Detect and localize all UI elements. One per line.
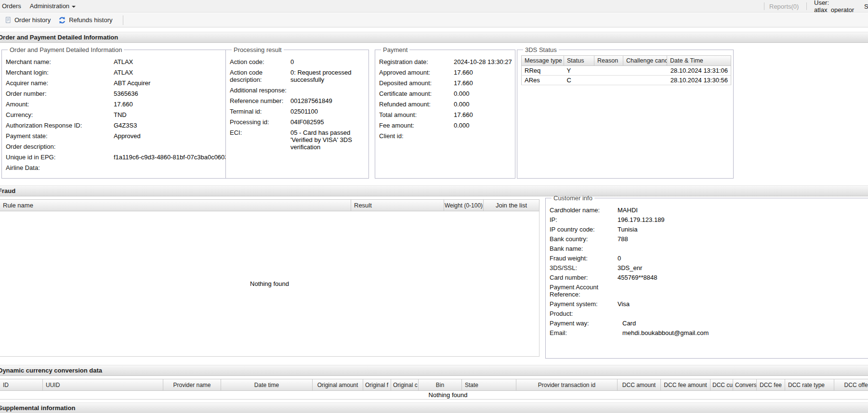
field-row: Total amount:17.660 [379, 111, 512, 118]
order-history-label: Order history [14, 16, 51, 24]
column-header: State [461, 379, 516, 391]
payment-fieldset: Payment Registration date:2024-10-28 13:… [375, 46, 515, 179]
field-value: 02501100 [290, 108, 366, 115]
refunds-history-label: Refunds history [69, 16, 112, 24]
section-supplemental-header: Supplemental information [0, 402, 868, 413]
toolbar-separator [123, 15, 123, 25]
field-value: 17.660 [454, 79, 512, 87]
field-value: 17.660 [454, 69, 512, 76]
menu-reports[interactable]: Reports(0) [769, 0, 799, 13]
section-dcc-header: Dynamic currency conversion data [0, 365, 868, 376]
menu-administration-label: Administration [30, 2, 69, 10]
field-row: Bank country:788 [550, 235, 868, 243]
field-row: Terminal id:02501100 [230, 108, 366, 115]
field-label: Authorization Response ID: [6, 122, 114, 129]
column-header: Join the list [483, 199, 539, 211]
field-row: Bank name: [550, 245, 868, 252]
order-history-button[interactable]: Order history [1, 14, 54, 26]
field-value: 0.000 [454, 122, 512, 129]
field-label: Action code description: [230, 69, 290, 83]
signout-link-truncated[interactable]: S [864, 0, 868, 13]
fraud-table-header-row: Rule name Result Weight (0-100) Join the… [0, 199, 539, 211]
field-label: Airline Data: [6, 164, 114, 171]
field-label: Client id: [379, 132, 454, 140]
column-header: DCC fee [756, 379, 785, 391]
cell-reason [594, 76, 623, 85]
nothing-found-label: Nothing found [250, 280, 289, 287]
customer-info-fieldset: Customer info Cardholder name:MAHDI IP:1… [545, 194, 868, 359]
table-row: ARes C 28.10.2024 13:30:56 [521, 76, 731, 85]
field-label: Approved amount: [379, 69, 454, 76]
field-value: 2024-10-28 13:30:27 [454, 58, 512, 65]
field-label: Payment system: [550, 300, 618, 308]
field-value: 788 [618, 235, 868, 243]
field-value: f1a119c6-c9d3-4860-81bf-07c3ba0c0603 [114, 154, 228, 161]
signout-link-truncated-label: S [864, 3, 868, 10]
refunds-history-button[interactable]: Refunds history [54, 14, 116, 26]
field-label: Card number: [550, 274, 618, 281]
field-label: Total amount: [379, 111, 454, 118]
column-header: ID [0, 379, 42, 391]
field-value: G4Z3S3 [114, 122, 228, 129]
column-header: DCC rate type [785, 379, 834, 391]
payment-fieldset-legend: Payment [381, 46, 409, 53]
section-supplemental-title: Supplemental information [0, 404, 75, 412]
document-icon [5, 16, 12, 24]
field-value: ATLAX [114, 58, 228, 65]
column-header: Original c [391, 379, 418, 391]
column-header: Date & Time [667, 55, 731, 66]
field-label: Order number: [6, 90, 114, 97]
menu-administration[interactable]: Administration [26, 0, 80, 13]
field-value: 196.179.123.189 [618, 216, 868, 223]
field-value: Approved [114, 132, 228, 140]
field-value: mehdi.boukabbout@gmail.com [618, 329, 868, 336]
field-label: Reference number: [230, 97, 290, 104]
field-value: 3DS_enr [618, 264, 868, 271]
cell-challenge-cancel [623, 66, 667, 75]
field-label: Order description: [6, 143, 114, 150]
menubar-separator [806, 2, 807, 10]
cell-date-time: 28.10.2024 13:30:56 [667, 76, 731, 85]
cell-status: C [564, 76, 594, 85]
field-row: Cardholder name:MAHDI [550, 206, 868, 214]
field-label: Bank name: [550, 245, 618, 252]
section-order-payment-title: Order and Payment Detailed Information [0, 34, 118, 41]
field-value: 17.660 [114, 101, 228, 108]
order-fieldset-legend: Order and Payment Detailed Information [8, 46, 124, 53]
dcc-table-empty-state: Nothing found [0, 391, 868, 400]
column-header: Message type [521, 55, 564, 66]
field-row: Payment way:Card [550, 320, 868, 327]
column-header: Provider name [163, 379, 221, 391]
cell-date-time: 28.10.2024 13:31:06 [667, 66, 731, 75]
field-row: Payment Account Reference: [550, 284, 868, 298]
field-row: Currency:TND [6, 111, 228, 118]
section-fraud-title: Fraud [0, 187, 15, 194]
field-label: Refunded amount: [379, 101, 454, 108]
field-label: Amount: [6, 101, 114, 108]
field-label: 3DS/SSL: [550, 264, 618, 271]
column-header: Conversi [733, 379, 756, 391]
field-row: Additional response: [230, 87, 366, 94]
field-value: 17.660 [454, 111, 512, 118]
field-value: 0.000 [454, 101, 512, 108]
field-row: Unique id in EPG:f1a119c6-c9d3-4860-81bf… [6, 154, 228, 161]
column-header: Bin [418, 379, 461, 391]
field-label: Product: [550, 310, 618, 317]
field-label: Payment Account Reference: [550, 284, 618, 298]
column-header: Provider transaction id [516, 379, 617, 391]
field-row: Action code:0 [230, 58, 366, 65]
menu-orders[interactable]: Orders [0, 0, 26, 13]
field-value: 001287561849 [290, 97, 366, 104]
field-row: Payment system:Visa [550, 300, 868, 308]
field-value: TND [114, 111, 228, 118]
threeds-table: Message type Status Reason Challenge can… [521, 55, 731, 85]
field-row: Acquirer name:ABT Acquirer [6, 79, 228, 87]
field-row: Order description: [6, 143, 228, 150]
threeds-status-fieldset: 3DS Status Message type Status Reason Ch… [517, 46, 734, 179]
field-value: 5365636 [114, 90, 228, 97]
field-label: Processing id: [230, 118, 290, 126]
processing-result-legend: Processing result [232, 46, 284, 53]
field-value: 0 [290, 58, 366, 65]
field-value: Visa [618, 300, 868, 308]
field-label: Unique id in EPG: [6, 154, 114, 161]
